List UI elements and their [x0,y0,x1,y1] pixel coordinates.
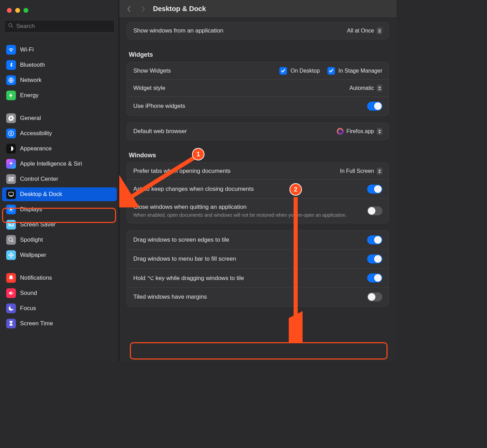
section-windows: Windows [127,147,389,162]
drag-menubar-toggle[interactable] [367,254,382,263]
checkbox-on-desktop[interactable] [279,67,287,75]
sidebar-item-label: Energy [20,92,39,99]
close-window-button[interactable] [7,8,12,13]
sidebar-nav: Wi-FiBluetoothNetworkEnergyGeneralAccess… [0,42,119,331]
sidebar-item-label: Spotlight [20,236,43,243]
drag-menubar-label: Drag windows to menu bar to fill screen [133,255,236,262]
sidebar-item-displays[interactable]: Displays [2,203,117,216]
sidebar-item-desktop-dock[interactable]: Desktop & Dock [2,187,117,201]
stepper-icon [377,27,382,34]
back-button[interactable] [125,5,133,13]
svg-rect-11 [9,223,13,226]
sparkle-icon [6,159,16,169]
default-browser-dropdown[interactable]: Firefox.app [337,128,382,135]
forward-button[interactable] [139,5,147,13]
main-panel: Desktop & Dock Show windows from an appl… [119,0,397,361]
svg-point-7 [9,180,10,181]
ask-keep-toggle[interactable] [367,185,382,194]
close-quit-sub: When enabled, open documents and windows… [133,212,363,218]
tiled-margins-toggle[interactable] [367,292,382,301]
default-browser-value: Firefox.app [346,128,374,134]
use-iphone-widgets-label: Use iPhone widgets [133,103,185,110]
sidebar-item-notifications[interactable]: Notifications [2,271,117,285]
sidebar-item-general[interactable]: General [2,111,117,125]
sidebar-item-sound[interactable]: Sound [2,286,117,300]
checkbox-in-stage-manager[interactable] [327,67,335,75]
sidebar-item-wi-fi[interactable]: Wi-Fi [2,43,117,57]
prefer-tabs-value: In Full Screen [340,168,374,174]
sidebar-item-energy[interactable]: Energy [2,88,117,102]
search-input[interactable] [16,23,111,30]
ask-keep-label: Ask to keep changes when closing documen… [133,186,254,193]
callout-badge-2: 2 [289,183,302,196]
sidebar-item-label: Displays [20,206,42,213]
widget-style-label: Widget style [133,85,165,92]
firefox-icon [337,128,344,135]
default-browser-label: Default web browser [133,128,187,135]
stepper-icon [377,85,382,92]
sidebar-item-network[interactable]: Network [2,73,117,87]
zoom-window-button[interactable] [23,8,28,13]
search-field[interactable] [4,20,115,32]
windows-card-2: Drag windows to screen edges to tile Dra… [127,230,389,307]
sidebar-item-appearance[interactable]: Appearance [2,142,117,156]
bell-icon [6,273,16,283]
show-windows-dropdown[interactable]: All at Once [347,27,382,34]
switches-icon [6,174,16,184]
tiled-margins-label: Tiled windows have margins [133,293,207,300]
hold-option-toggle[interactable] [367,273,382,282]
sidebar-item-focus[interactable]: Focus [2,301,117,315]
show-windows-value: All at Once [347,28,374,34]
sidebar-item-apple-intelligence-siri[interactable]: Apple Intelligence & Siri [2,157,117,171]
stepper-icon [377,128,382,135]
minimize-window-button[interactable] [15,8,20,13]
sidebar-item-label: Desktop & Dock [20,191,62,198]
show-widgets-label: Show Widgets [133,67,171,74]
widget-style-dropdown[interactable]: Automatic [350,85,382,92]
sidebar-item-label: Screen Time [20,320,53,327]
sidebar-item-screen-time[interactable]: Screen Time [2,317,117,330]
moon-icon [6,304,16,313]
sidebar-item-label: Bluetooth [20,62,45,68]
svg-point-16 [9,254,10,256]
sidebar-item-label: Appearance [20,145,52,152]
on-desktop-label: On Desktop [290,68,319,74]
content-scroll[interactable]: Show windows from an application All at … [119,18,397,361]
page-title: Desktop & Dock [153,5,206,13]
accessibility-icon [6,129,16,138]
hold-option-label: Hold ⌥ key while dragging windows to til… [133,274,244,282]
sidebar-item-screen-saver[interactable]: Screen Saver [2,218,117,232]
wifi-icon [6,45,16,55]
prefer-tabs-dropdown[interactable]: In Full Screen [340,168,382,175]
drag-edges-toggle[interactable] [367,235,382,244]
sidebar-item-label: Network [20,77,41,84]
sidebar-item-label: Screen Saver [20,221,56,228]
hourglass-icon [6,319,16,328]
sidebar-item-label: General [20,115,41,122]
svg-point-5 [12,177,13,178]
sidebar-item-control-center[interactable]: Control Center [2,172,117,186]
globe-icon [6,75,16,85]
svg-point-2 [11,132,12,133]
use-iphone-widgets-toggle[interactable] [367,102,382,111]
widgets-card: Show Widgets On Desktop In S [127,62,389,116]
search-wrap [0,15,119,35]
appearance-icon [6,144,16,153]
window-controls [0,6,119,15]
gear-icon [6,113,16,123]
show-windows-label: Show windows from an application [133,27,223,34]
close-quit-toggle[interactable] [367,206,382,215]
flower-icon [6,250,16,260]
sidebar-item-spotlight[interactable]: Spotlight [2,233,117,247]
svg-point-17 [12,254,14,256]
screensaver-icon [6,220,16,230]
sidebar-item-accessibility[interactable]: Accessibility [2,127,117,140]
sidebar-item-wallpaper[interactable]: Wallpaper [2,248,117,262]
svg-point-15 [10,256,12,258]
search-icon [6,235,16,245]
in-stage-manager-label: In Stage Manager [338,68,382,74]
sidebar-item-label: Focus [20,305,36,312]
sidebar-item-bluetooth[interactable]: Bluetooth [2,58,117,72]
bolt-icon [6,91,16,100]
titlebar: Desktop & Dock [119,0,397,18]
